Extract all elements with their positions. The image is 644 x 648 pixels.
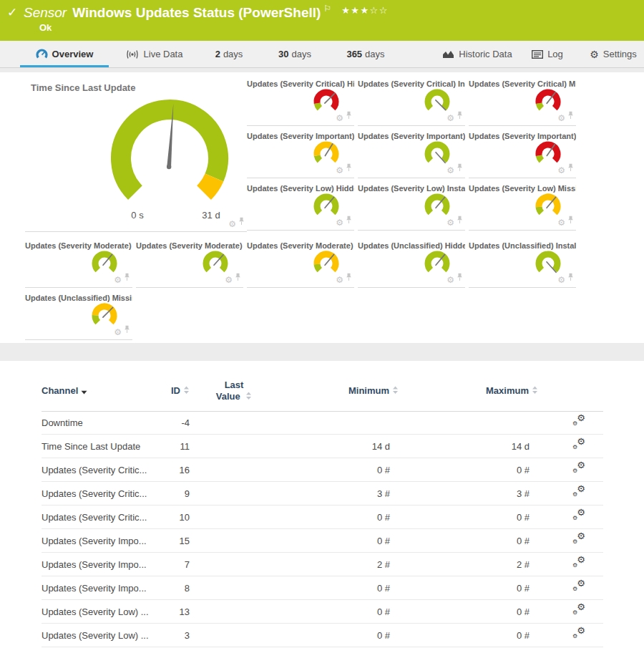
tab-settings[interactable]: ⚙Settings bbox=[585, 41, 641, 67]
sensor-title-line: SensorWindows Updates Status (PowerShell… bbox=[24, 4, 389, 21]
page-title: Windows Updates Status (PowerShell) bbox=[72, 5, 321, 20]
cell-id: 7 bbox=[143, 559, 190, 570]
priority-stars[interactable]: ★★★☆☆ bbox=[341, 5, 389, 16]
cell-id: 11 bbox=[143, 441, 190, 452]
panel-actions: ⚙ bbox=[225, 271, 241, 284]
pin-icon[interactable] bbox=[457, 214, 463, 227]
gear-icon[interactable]: ⚙ bbox=[336, 114, 343, 122]
mini-gauge-panel-8[interactable]: Updates (Severity Low) Install...⚙ bbox=[358, 183, 465, 231]
mini-gauge-panel-3[interactable]: Updates (Severity Critical) Mi...⚙ bbox=[469, 78, 576, 126]
mini-gauge-panel-7[interactable]: Updates (Severity Low) Hidden⚙ bbox=[247, 183, 354, 231]
pin-icon[interactable] bbox=[457, 271, 463, 284]
chart-icon bbox=[442, 49, 454, 59]
channel-settings-icon[interactable]: ⚙⚙ bbox=[572, 462, 588, 476]
sort-icon bbox=[183, 386, 190, 395]
gear-icon[interactable]: ⚙ bbox=[336, 166, 343, 175]
channel-settings-icon[interactable]: ⚙⚙ bbox=[572, 415, 588, 429]
pin-icon[interactable] bbox=[238, 216, 245, 228]
pin-icon[interactable] bbox=[346, 110, 352, 122]
column-header-channel[interactable]: Channel bbox=[42, 385, 87, 396]
cell-channel: Updates (Severity Low) ... bbox=[42, 630, 149, 641]
mini-gauge-panel-10[interactable]: Updates (Severity Moderate) ...⚙ bbox=[25, 240, 132, 288]
pin-icon[interactable] bbox=[346, 214, 352, 227]
mini-gauge-panel-15[interactable]: Updates (Unclassified) Missing⚙ bbox=[25, 292, 132, 340]
table-row: Updates (Severity Impo...72 #2 #⚙⚙ bbox=[0, 553, 644, 576]
gear-icon[interactable]: ⚙ bbox=[114, 276, 122, 284]
mini-gauge-panel-9[interactable]: Updates (Severity Low) Missi...⚙ bbox=[469, 183, 576, 231]
channel-settings-icon[interactable]: ⚙⚙ bbox=[572, 533, 588, 547]
object-kind-label: Sensor bbox=[24, 5, 67, 20]
column-header-last-value[interactable]: Last Value bbox=[213, 379, 255, 402]
gear-icon[interactable]: ⚙ bbox=[447, 114, 454, 122]
channels-card: Channel ID Last Value Minimum Maximum Do… bbox=[0, 361, 644, 648]
channel-settings-icon[interactable]: ⚙⚙ bbox=[572, 627, 588, 642]
column-header-id[interactable]: ID bbox=[143, 385, 190, 396]
pin-icon[interactable] bbox=[567, 271, 574, 284]
gear-icon[interactable]: ⚙ bbox=[447, 166, 454, 175]
pin-icon[interactable] bbox=[124, 324, 130, 337]
mini-gauge-panel-13[interactable]: Updates (Unclassified) Hidden⚙ bbox=[358, 240, 465, 288]
tab-overview[interactable]: Overview bbox=[20, 41, 109, 67]
mini-gauge-panel-6[interactable]: Updates (Severity Important) ...⚙ bbox=[469, 130, 576, 178]
gear-icon[interactable]: ⚙ bbox=[557, 276, 565, 284]
mini-gauge-panel-11[interactable]: Updates (Severity Moderate) I...⚙ bbox=[136, 240, 243, 288]
column-header-maximum[interactable]: Maximum bbox=[411, 385, 538, 396]
gear-icon[interactable]: ⚙ bbox=[336, 276, 343, 284]
table-row: Updates (Severity Low) ...30 #0 #⚙⚙ bbox=[0, 624, 644, 647]
tab-historic-data[interactable]: Historic Data bbox=[438, 41, 517, 67]
channel-settings-icon[interactable]: ⚙⚙ bbox=[572, 485, 588, 500]
gear-icon[interactable]: ⚙ bbox=[447, 218, 454, 227]
pin-icon[interactable] bbox=[235, 271, 241, 284]
sort-icon bbox=[245, 392, 252, 400]
tab-2-days[interactable]: 2days bbox=[206, 41, 252, 67]
pin-icon[interactable] bbox=[346, 162, 352, 175]
tab-number: 30 bbox=[278, 49, 288, 59]
cell-channel: Updates (Severity Impo... bbox=[42, 559, 147, 570]
gear-icon[interactable]: ⚙ bbox=[336, 218, 343, 227]
gear-icon[interactable]: ⚙ bbox=[557, 218, 565, 227]
gear-icon[interactable]: ⚙ bbox=[447, 276, 454, 284]
gear-icon[interactable]: ⚙ bbox=[225, 276, 233, 284]
panel-actions: ⚙ bbox=[336, 271, 352, 284]
tab-log[interactable]: Log bbox=[526, 41, 569, 67]
gear-icon[interactable]: ⚙ bbox=[114, 328, 122, 337]
gear-icon: ⚙ bbox=[590, 49, 599, 59]
channel-settings-icon[interactable]: ⚙⚙ bbox=[572, 556, 588, 571]
channel-settings-icon[interactable]: ⚙⚙ bbox=[572, 604, 588, 618]
cell-min: 0 # bbox=[261, 512, 390, 523]
tab-365-days[interactable]: 365days bbox=[338, 41, 394, 67]
dropdown-caret-icon bbox=[81, 390, 87, 395]
live-icon bbox=[125, 49, 140, 59]
mini-gauge-panel-14[interactable]: Updates (Unclassified) Install...⚙ bbox=[469, 240, 576, 288]
gear-icon[interactable]: ⚙ bbox=[228, 220, 236, 228]
sort-icon bbox=[532, 386, 538, 395]
pin-icon[interactable] bbox=[567, 214, 574, 227]
channel-settings-icon[interactable]: ⚙⚙ bbox=[572, 580, 588, 594]
channel-table-body: Downtime-4⚙⚙Time Since Last Update1114 d… bbox=[0, 411, 644, 647]
mini-gauge-panel-12[interactable]: Updates (Severity Moderate) ...⚙ bbox=[247, 240, 354, 288]
tab-live-data[interactable]: Live Data bbox=[118, 41, 190, 67]
mini-gauge-panel-4[interactable]: Updates (Severity Important) ...⚙ bbox=[247, 130, 354, 178]
channel-settings-icon[interactable]: ⚙⚙ bbox=[572, 509, 588, 523]
cell-min: 0 # bbox=[261, 606, 390, 617]
column-header-minimum[interactable]: Minimum bbox=[275, 385, 399, 396]
mini-gauge-panel-5[interactable]: Updates (Severity Important) ...⚙ bbox=[358, 130, 465, 178]
pin-icon[interactable] bbox=[567, 162, 574, 175]
pin-icon[interactable] bbox=[567, 110, 574, 122]
gear-icon[interactable]: ⚙ bbox=[557, 114, 565, 122]
channel-settings-icon[interactable]: ⚙⚙ bbox=[572, 438, 588, 453]
mini-gauge-panel-2[interactable]: Updates (Severity Critical) Ins...⚙ bbox=[358, 78, 465, 126]
cell-id: 13 bbox=[143, 606, 190, 617]
main-gauge-panel[interactable]: Time Since Last Update 0 s 31 d ⚙ bbox=[25, 78, 247, 232]
tab-bar: OverviewLive Data2days30days365daysHisto… bbox=[0, 41, 644, 68]
pin-icon[interactable] bbox=[124, 271, 130, 284]
mini-gauge-panel-1[interactable]: Updates (Severity Critical) Hi...⚙ bbox=[247, 78, 354, 126]
tab-30-days[interactable]: 30days bbox=[270, 41, 319, 67]
pin-icon[interactable] bbox=[457, 162, 463, 175]
status-check-icon: ✓ bbox=[7, 5, 17, 19]
pin-icon[interactable] bbox=[457, 110, 463, 122]
cell-id: 9 bbox=[143, 488, 190, 499]
pin-icon[interactable] bbox=[346, 271, 352, 284]
gear-icon[interactable]: ⚙ bbox=[557, 166, 565, 175]
cell-max: 3 # bbox=[397, 488, 530, 499]
